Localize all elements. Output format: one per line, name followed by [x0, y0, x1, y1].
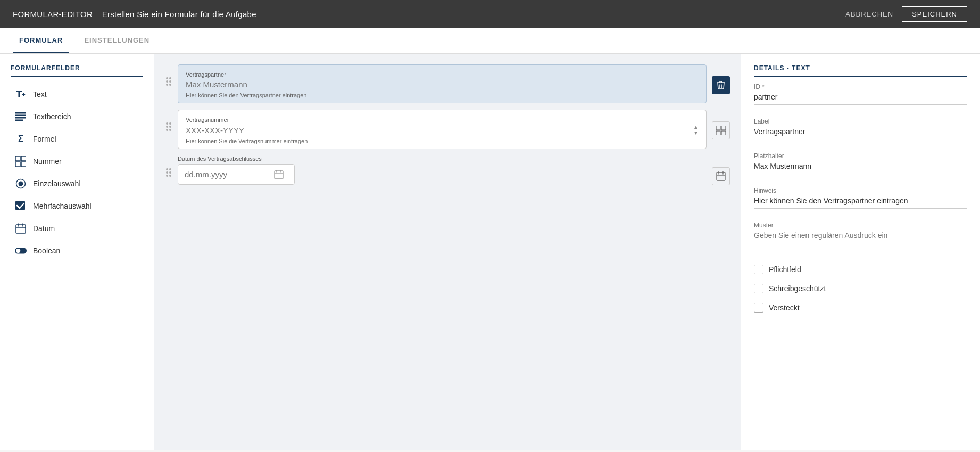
sidebar-item-label-boolean: Boolean	[33, 246, 60, 255]
save-button[interactable]: SPEICHERN	[902, 6, 967, 22]
sidebar-item-mehrfachauswahl[interactable]: Mehrfachauswahl	[11, 195, 143, 217]
detail-field-label: Label Vertragspartner	[754, 118, 967, 139]
svg-rect-32	[721, 126, 726, 130]
svg-point-29	[166, 129, 168, 131]
svg-point-25	[166, 122, 168, 125]
sidebar-item-nummer[interactable]: Nummer	[11, 150, 143, 172]
sidebar: FORMULARFELDER T+ Text Textbereich Σ For…	[0, 54, 154, 450]
datum-icon	[15, 223, 27, 234]
svg-rect-1	[15, 115, 26, 117]
topbar-actions: ABBRECHEN SPEICHERN	[845, 6, 967, 22]
detail-value-id[interactable]: partner	[754, 93, 967, 105]
checkbox-pflichtfeld[interactable]	[754, 265, 763, 274]
tab-formular[interactable]: FORMULAR	[13, 28, 69, 53]
svg-rect-33	[716, 131, 720, 135]
sidebar-item-label-textbereich: Textbereich	[33, 112, 71, 121]
details-panel: DETAILS - TEXT ID * partner Label Vertra…	[741, 54, 980, 450]
checkbox-label-versteckt: Versteckt	[769, 303, 800, 312]
detail-label-label: Label	[754, 118, 967, 125]
tab-einstellungen[interactable]: EINSTELLUNGEN	[78, 28, 156, 53]
sidebar-item-datum[interactable]: Datum	[11, 217, 143, 240]
svg-rect-3	[15, 120, 23, 121]
drag-handle-vertragspartner[interactable]	[165, 76, 172, 89]
svg-point-40	[169, 175, 171, 177]
sidebar-item-label-datum: Datum	[33, 224, 55, 233]
field-card-vertragspartner[interactable]: Vertragspartner Hier können Sie den Vert…	[178, 64, 707, 103]
number-field-inner: ▲ ▼	[186, 124, 699, 136]
sidebar-item-boolean[interactable]: Boolean	[11, 240, 143, 262]
checkbox-versteckt-row: Versteckt	[754, 303, 967, 313]
drag-handle-vertragsnummer[interactable]	[165, 121, 172, 135]
sidebar-item-label-text: Text	[33, 90, 47, 98]
svg-rect-0	[15, 112, 26, 114]
detail-field-hinweis: Hinweis Hier können Sie den Vertragspart…	[754, 187, 967, 209]
field-action-vertragspartner	[712, 76, 730, 94]
svg-point-20	[169, 80, 171, 83]
field-input-vertragsnummer[interactable]	[186, 125, 693, 136]
detail-value-label[interactable]: Vertragspartner	[754, 127, 967, 139]
cancel-button[interactable]: ABBRECHEN	[845, 10, 893, 18]
svg-point-16	[16, 249, 20, 253]
field-wrapper-vertragspartner: Vertragspartner Hier können Sie den Vert…	[165, 64, 730, 103]
number-icon-button[interactable]	[712, 121, 730, 139]
detail-value-platzhalter[interactable]: Max Mustermann	[754, 162, 967, 174]
drag-handle-datum[interactable]	[165, 167, 172, 180]
svg-point-26	[169, 122, 171, 125]
date-field-box[interactable]	[178, 164, 295, 185]
calendar-icon-button[interactable]	[712, 167, 730, 185]
field-input-vertragspartner[interactable]	[186, 79, 699, 90]
svg-point-36	[169, 168, 171, 170]
text-icon: T+	[15, 88, 27, 100]
checkbox-pflichtfeld-row: Pflichtfeld	[754, 265, 967, 274]
sidebar-item-label-nummer: Nummer	[33, 157, 62, 166]
mehrfachauswahl-icon	[15, 200, 27, 212]
boolean-icon	[15, 245, 27, 257]
detail-value-hinweis[interactable]: Hier können Sie den Vertragspartner eint…	[754, 196, 967, 209]
svg-point-18	[169, 77, 171, 79]
sidebar-item-textbereich[interactable]: Textbereich	[11, 105, 143, 128]
details-title: DETAILS - TEXT	[754, 64, 967, 77]
svg-point-39	[166, 175, 168, 177]
sidebar-item-einzelauswahl[interactable]: Einzelauswahl	[11, 172, 143, 195]
svg-rect-4	[15, 156, 20, 161]
nummer-icon	[15, 155, 27, 167]
svg-rect-2	[15, 117, 26, 119]
svg-point-30	[169, 129, 171, 131]
svg-rect-41	[275, 171, 283, 179]
svg-point-21	[166, 84, 168, 86]
field-action-datum	[712, 167, 730, 185]
checkbox-versteckt[interactable]	[754, 303, 763, 313]
detail-input-muster[interactable]	[754, 231, 967, 243]
einzelauswahl-icon	[15, 178, 27, 190]
delete-button-vertragspartner[interactable]	[712, 76, 730, 94]
textbereich-icon	[15, 111, 27, 122]
sidebar-title: FORMULARFELDER	[11, 64, 143, 77]
svg-rect-34	[721, 131, 726, 135]
field-wrapper-datum: Datum des Vertragsabschlusses	[165, 155, 730, 185]
field-input-datum[interactable]	[185, 169, 270, 180]
checkbox-schreibgeschutzt-row: Schreibgeschützt	[754, 284, 967, 293]
svg-point-9	[19, 182, 23, 186]
sidebar-item-text[interactable]: T+ Text	[11, 83, 143, 105]
topbar: FORMULAR-EDITOR – Erstellen Sie ein Form…	[0, 0, 980, 28]
checkbox-label-pflichtfeld: Pflichtfeld	[769, 265, 801, 274]
svg-point-27	[166, 126, 168, 128]
tabs-bar: FORMULAR EINSTELLUNGEN	[0, 28, 980, 54]
detail-label-hinweis: Hinweis	[754, 187, 967, 194]
svg-point-22	[169, 84, 171, 86]
field-hint-vertragsnummer: Hier können Sie die Vertragsnummer eintr…	[186, 138, 699, 144]
formel-icon: Σ	[15, 133, 27, 145]
svg-point-37	[166, 171, 168, 174]
field-float-label-datum: Datum des Vertragsabschlusses	[178, 155, 707, 162]
checkbox-schreibgeschutzt[interactable]	[754, 284, 763, 293]
detail-field-muster: Muster	[754, 221, 967, 243]
detail-label-muster: Muster	[754, 221, 967, 229]
svg-point-35	[166, 168, 168, 170]
field-card-vertragsnummer[interactable]: Vertragsnummer ▲ ▼ Hier können Sie die V…	[178, 110, 707, 149]
sidebar-item-formel[interactable]: Σ Formel	[11, 128, 143, 150]
sidebar-item-label-einzelauswahl: Einzelauswahl	[33, 179, 81, 188]
number-arrows[interactable]: ▲ ▼	[693, 124, 699, 136]
datum-field-area: Datum des Vertragsabschlusses	[178, 155, 707, 185]
svg-rect-11	[16, 225, 26, 233]
main-layout: FORMULARFELDER T+ Text Textbereich Σ For…	[0, 54, 980, 450]
